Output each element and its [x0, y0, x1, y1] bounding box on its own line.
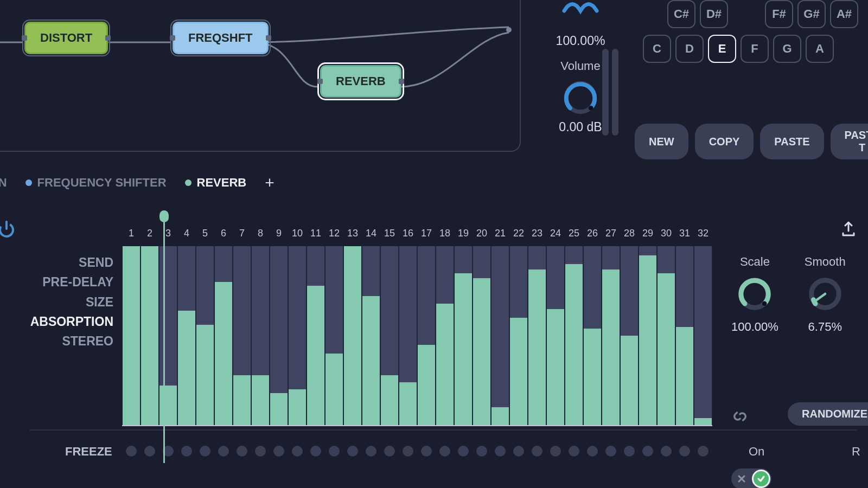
key-D[interactable]: D [675, 35, 704, 63]
add-tab-button[interactable]: + [265, 174, 275, 192]
freeze-step[interactable] [237, 446, 247, 457]
step-bar[interactable] [288, 246, 307, 425]
randomize-button[interactable]: RANDOMIZE [788, 402, 868, 426]
step-bar[interactable] [417, 246, 436, 425]
param-absorption[interactable]: ABSORPTION [30, 312, 113, 331]
step-bar[interactable] [602, 246, 620, 425]
smooth-knob[interactable] [806, 274, 845, 313]
freeze-step[interactable] [126, 446, 137, 457]
freeze-step[interactable] [679, 446, 690, 457]
step-bar[interactable] [528, 246, 546, 425]
paste-button[interactable]: PASTE [760, 124, 824, 159]
step-bar[interactable] [565, 246, 583, 425]
step-bar[interactable] [473, 246, 491, 425]
step-bar[interactable] [583, 246, 602, 425]
scale-knob[interactable] [735, 274, 774, 313]
freeze-on-icon[interactable] [752, 470, 770, 488]
freeze-step[interactable] [439, 446, 450, 457]
step-bar[interactable] [325, 246, 343, 425]
freeze-step[interactable] [292, 446, 303, 457]
power-icon[interactable] [0, 219, 16, 239]
paste-t-button[interactable]: PASTE T [831, 124, 868, 159]
copy-button[interactable]: COPY [695, 124, 754, 159]
step-bar[interactable] [657, 246, 675, 425]
volume-knob[interactable] [561, 79, 599, 117]
freeze-step[interactable] [698, 446, 709, 457]
key-Asharp[interactable]: A# [830, 0, 858, 28]
param-send[interactable]: SEND [30, 253, 113, 272]
param-size[interactable]: SIZE [30, 292, 113, 312]
step-bar[interactable] [177, 246, 196, 425]
freeze-step[interactable] [569, 446, 579, 457]
step-bar[interactable] [141, 246, 159, 425]
step-bar[interactable] [214, 246, 233, 425]
step-bar[interactable] [307, 246, 325, 425]
freeze-step[interactable] [421, 446, 432, 457]
freeze-step[interactable] [587, 446, 598, 457]
step-bar[interactable] [694, 246, 712, 425]
playhead[interactable] [163, 214, 165, 463]
step-bar[interactable] [380, 246, 399, 425]
step-bar[interactable] [509, 246, 528, 425]
key-Csharp[interactable]: C# [667, 0, 695, 28]
key-Gsharp[interactable]: G# [797, 0, 826, 28]
freeze-step[interactable] [661, 446, 672, 457]
freeze-step[interactable] [403, 446, 413, 457]
freeze-step[interactable] [218, 446, 229, 457]
step-bar[interactable] [546, 246, 565, 425]
step-bar[interactable] [362, 246, 380, 425]
step-bar[interactable] [639, 246, 657, 425]
tab-frequency-shifter[interactable]: FREQUENCY SHIFTER [25, 176, 167, 190]
step-bars[interactable] [122, 246, 712, 425]
step-bar[interactable] [270, 246, 288, 425]
param-predelay[interactable]: PRE-DELAY [30, 272, 113, 292]
node-freqshft[interactable]: FREQSHFT [173, 22, 269, 54]
freeze-step[interactable] [550, 446, 561, 457]
freeze-step[interactable] [329, 446, 340, 457]
step-bar[interactable] [233, 246, 251, 425]
freeze-toggle[interactable] [731, 468, 771, 488]
freeze-step[interactable] [532, 446, 542, 457]
freeze-step[interactable] [366, 446, 376, 457]
link-icon[interactable] [731, 408, 749, 425]
node-graph[interactable]: DISTORT FREQSHFT REVERB [0, 0, 521, 152]
step-bar[interactable] [620, 246, 639, 425]
step-bar[interactable] [343, 246, 362, 425]
new-button[interactable]: NEW [635, 124, 688, 159]
step-bar[interactable] [675, 246, 694, 425]
node-distort[interactable]: DISTORT [24, 22, 108, 54]
freeze-step[interactable] [384, 446, 395, 457]
key-E[interactable]: E [708, 35, 736, 63]
step-bar[interactable] [436, 246, 454, 425]
tab-distortion[interactable]: TION [0, 176, 7, 190]
step-bar[interactable] [491, 246, 509, 425]
freeze-step[interactable] [642, 446, 653, 457]
key-G[interactable]: G [773, 35, 801, 63]
step-bar[interactable] [251, 246, 270, 425]
freeze-step[interactable] [310, 446, 321, 457]
freeze-step[interactable] [624, 446, 635, 457]
freeze-step[interactable] [476, 446, 487, 457]
key-Fsharp[interactable]: F# [765, 0, 793, 28]
freeze-step[interactable] [495, 446, 506, 457]
node-reverb[interactable]: REVERB [320, 65, 401, 98]
freeze-step[interactable] [458, 446, 469, 457]
param-stereo[interactable]: STEREO [30, 331, 113, 351]
step-bar[interactable] [196, 246, 214, 425]
key-F[interactable]: F [741, 35, 769, 63]
upload-icon[interactable] [840, 220, 857, 237]
step-bar[interactable] [122, 246, 141, 425]
key-C[interactable]: C [643, 35, 671, 63]
freeze-step[interactable] [181, 446, 192, 457]
freeze-off-icon[interactable] [732, 470, 751, 488]
freeze-step[interactable] [200, 446, 210, 457]
step-bar[interactable] [454, 246, 473, 425]
freeze-step[interactable] [255, 446, 266, 457]
freeze-step[interactable] [273, 446, 284, 457]
step-bar[interactable] [399, 246, 417, 425]
freeze-step[interactable] [605, 446, 616, 457]
tab-reverb[interactable]: REVERB [185, 176, 247, 190]
key-Dsharp[interactable]: D# [700, 0, 728, 28]
key-A[interactable]: A [806, 35, 834, 63]
freeze-step[interactable] [513, 446, 524, 457]
